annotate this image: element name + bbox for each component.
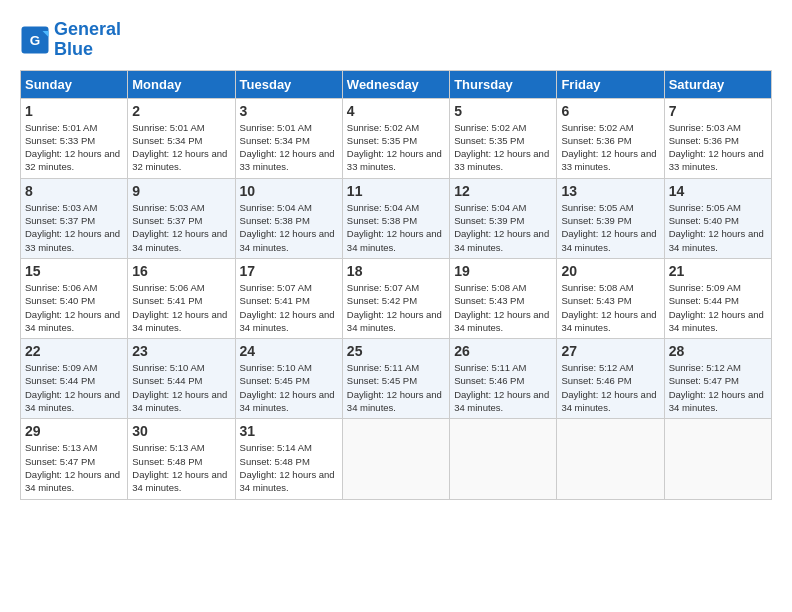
day-info: Sunrise: 5:06 AMSunset: 5:40 PMDaylight:… bbox=[25, 281, 123, 334]
calendar-day-cell: 18Sunrise: 5:07 AMSunset: 5:42 PMDayligh… bbox=[342, 258, 449, 338]
day-number: 4 bbox=[347, 103, 445, 119]
calendar-header-row: SundayMondayTuesdayWednesdayThursdayFrid… bbox=[21, 70, 772, 98]
calendar-table: SundayMondayTuesdayWednesdayThursdayFrid… bbox=[20, 70, 772, 500]
calendar-day-cell: 31Sunrise: 5:14 AMSunset: 5:48 PMDayligh… bbox=[235, 419, 342, 499]
calendar-day-cell: 13Sunrise: 5:05 AMSunset: 5:39 PMDayligh… bbox=[557, 178, 664, 258]
svg-text:G: G bbox=[30, 32, 41, 47]
calendar-header-saturday: Saturday bbox=[664, 70, 771, 98]
day-number: 22 bbox=[25, 343, 123, 359]
calendar-day-cell bbox=[557, 419, 664, 499]
calendar-week-row: 1Sunrise: 5:01 AMSunset: 5:33 PMDaylight… bbox=[21, 98, 772, 178]
calendar-day-cell: 5Sunrise: 5:02 AMSunset: 5:35 PMDaylight… bbox=[450, 98, 557, 178]
day-number: 14 bbox=[669, 183, 767, 199]
day-number: 17 bbox=[240, 263, 338, 279]
day-number: 9 bbox=[132, 183, 230, 199]
calendar-header-wednesday: Wednesday bbox=[342, 70, 449, 98]
day-info: Sunrise: 5:04 AMSunset: 5:39 PMDaylight:… bbox=[454, 201, 552, 254]
calendar-day-cell: 17Sunrise: 5:07 AMSunset: 5:41 PMDayligh… bbox=[235, 258, 342, 338]
day-info: Sunrise: 5:03 AMSunset: 5:36 PMDaylight:… bbox=[669, 121, 767, 174]
calendar-day-cell bbox=[342, 419, 449, 499]
day-number: 8 bbox=[25, 183, 123, 199]
calendar-day-cell: 28Sunrise: 5:12 AMSunset: 5:47 PMDayligh… bbox=[664, 339, 771, 419]
day-info: Sunrise: 5:07 AMSunset: 5:41 PMDaylight:… bbox=[240, 281, 338, 334]
day-info: Sunrise: 5:08 AMSunset: 5:43 PMDaylight:… bbox=[561, 281, 659, 334]
day-info: Sunrise: 5:12 AMSunset: 5:47 PMDaylight:… bbox=[669, 361, 767, 414]
calendar-day-cell: 20Sunrise: 5:08 AMSunset: 5:43 PMDayligh… bbox=[557, 258, 664, 338]
calendar-header-friday: Friday bbox=[557, 70, 664, 98]
day-number: 13 bbox=[561, 183, 659, 199]
day-info: Sunrise: 5:02 AMSunset: 5:35 PMDaylight:… bbox=[347, 121, 445, 174]
day-number: 29 bbox=[25, 423, 123, 439]
calendar-day-cell: 7Sunrise: 5:03 AMSunset: 5:36 PMDaylight… bbox=[664, 98, 771, 178]
calendar-day-cell: 24Sunrise: 5:10 AMSunset: 5:45 PMDayligh… bbox=[235, 339, 342, 419]
day-info: Sunrise: 5:13 AMSunset: 5:48 PMDaylight:… bbox=[132, 441, 230, 494]
logo-text: GeneralBlue bbox=[54, 20, 121, 60]
day-number: 23 bbox=[132, 343, 230, 359]
day-info: Sunrise: 5:05 AMSunset: 5:39 PMDaylight:… bbox=[561, 201, 659, 254]
day-info: Sunrise: 5:03 AMSunset: 5:37 PMDaylight:… bbox=[132, 201, 230, 254]
calendar-day-cell: 30Sunrise: 5:13 AMSunset: 5:48 PMDayligh… bbox=[128, 419, 235, 499]
calendar-day-cell: 25Sunrise: 5:11 AMSunset: 5:45 PMDayligh… bbox=[342, 339, 449, 419]
day-info: Sunrise: 5:02 AMSunset: 5:35 PMDaylight:… bbox=[454, 121, 552, 174]
day-info: Sunrise: 5:13 AMSunset: 5:47 PMDaylight:… bbox=[25, 441, 123, 494]
logo: G GeneralBlue bbox=[20, 20, 121, 60]
calendar-header-monday: Monday bbox=[128, 70, 235, 98]
day-info: Sunrise: 5:12 AMSunset: 5:46 PMDaylight:… bbox=[561, 361, 659, 414]
calendar-week-row: 15Sunrise: 5:06 AMSunset: 5:40 PMDayligh… bbox=[21, 258, 772, 338]
calendar-day-cell: 4Sunrise: 5:02 AMSunset: 5:35 PMDaylight… bbox=[342, 98, 449, 178]
calendar-header-tuesday: Tuesday bbox=[235, 70, 342, 98]
calendar-day-cell: 6Sunrise: 5:02 AMSunset: 5:36 PMDaylight… bbox=[557, 98, 664, 178]
calendar-day-cell: 11Sunrise: 5:04 AMSunset: 5:38 PMDayligh… bbox=[342, 178, 449, 258]
calendar-day-cell: 22Sunrise: 5:09 AMSunset: 5:44 PMDayligh… bbox=[21, 339, 128, 419]
day-number: 11 bbox=[347, 183, 445, 199]
calendar-day-cell: 3Sunrise: 5:01 AMSunset: 5:34 PMDaylight… bbox=[235, 98, 342, 178]
calendar-day-cell: 15Sunrise: 5:06 AMSunset: 5:40 PMDayligh… bbox=[21, 258, 128, 338]
day-number: 7 bbox=[669, 103, 767, 119]
day-info: Sunrise: 5:10 AMSunset: 5:45 PMDaylight:… bbox=[240, 361, 338, 414]
calendar-day-cell: 21Sunrise: 5:09 AMSunset: 5:44 PMDayligh… bbox=[664, 258, 771, 338]
day-number: 6 bbox=[561, 103, 659, 119]
day-number: 12 bbox=[454, 183, 552, 199]
page-header: G GeneralBlue bbox=[20, 20, 772, 60]
day-info: Sunrise: 5:03 AMSunset: 5:37 PMDaylight:… bbox=[25, 201, 123, 254]
day-info: Sunrise: 5:11 AMSunset: 5:45 PMDaylight:… bbox=[347, 361, 445, 414]
day-info: Sunrise: 5:05 AMSunset: 5:40 PMDaylight:… bbox=[669, 201, 767, 254]
day-number: 19 bbox=[454, 263, 552, 279]
calendar-day-cell bbox=[664, 419, 771, 499]
day-number: 5 bbox=[454, 103, 552, 119]
day-number: 10 bbox=[240, 183, 338, 199]
calendar-day-cell: 8Sunrise: 5:03 AMSunset: 5:37 PMDaylight… bbox=[21, 178, 128, 258]
calendar-week-row: 8Sunrise: 5:03 AMSunset: 5:37 PMDaylight… bbox=[21, 178, 772, 258]
calendar-day-cell: 23Sunrise: 5:10 AMSunset: 5:44 PMDayligh… bbox=[128, 339, 235, 419]
day-info: Sunrise: 5:09 AMSunset: 5:44 PMDaylight:… bbox=[25, 361, 123, 414]
day-number: 26 bbox=[454, 343, 552, 359]
calendar-day-cell: 9Sunrise: 5:03 AMSunset: 5:37 PMDaylight… bbox=[128, 178, 235, 258]
calendar-day-cell: 2Sunrise: 5:01 AMSunset: 5:34 PMDaylight… bbox=[128, 98, 235, 178]
day-number: 1 bbox=[25, 103, 123, 119]
calendar-day-cell: 10Sunrise: 5:04 AMSunset: 5:38 PMDayligh… bbox=[235, 178, 342, 258]
day-info: Sunrise: 5:14 AMSunset: 5:48 PMDaylight:… bbox=[240, 441, 338, 494]
day-number: 16 bbox=[132, 263, 230, 279]
day-number: 31 bbox=[240, 423, 338, 439]
day-number: 30 bbox=[132, 423, 230, 439]
day-info: Sunrise: 5:10 AMSunset: 5:44 PMDaylight:… bbox=[132, 361, 230, 414]
calendar-header-thursday: Thursday bbox=[450, 70, 557, 98]
calendar-day-cell: 29Sunrise: 5:13 AMSunset: 5:47 PMDayligh… bbox=[21, 419, 128, 499]
day-number: 3 bbox=[240, 103, 338, 119]
day-number: 28 bbox=[669, 343, 767, 359]
day-info: Sunrise: 5:06 AMSunset: 5:41 PMDaylight:… bbox=[132, 281, 230, 334]
day-info: Sunrise: 5:04 AMSunset: 5:38 PMDaylight:… bbox=[347, 201, 445, 254]
day-info: Sunrise: 5:01 AMSunset: 5:34 PMDaylight:… bbox=[240, 121, 338, 174]
day-number: 20 bbox=[561, 263, 659, 279]
day-info: Sunrise: 5:09 AMSunset: 5:44 PMDaylight:… bbox=[669, 281, 767, 334]
day-number: 18 bbox=[347, 263, 445, 279]
day-info: Sunrise: 5:08 AMSunset: 5:43 PMDaylight:… bbox=[454, 281, 552, 334]
day-number: 27 bbox=[561, 343, 659, 359]
day-info: Sunrise: 5:01 AMSunset: 5:33 PMDaylight:… bbox=[25, 121, 123, 174]
calendar-week-row: 29Sunrise: 5:13 AMSunset: 5:47 PMDayligh… bbox=[21, 419, 772, 499]
calendar-week-row: 22Sunrise: 5:09 AMSunset: 5:44 PMDayligh… bbox=[21, 339, 772, 419]
logo-icon: G bbox=[20, 25, 50, 55]
calendar-header-sunday: Sunday bbox=[21, 70, 128, 98]
calendar-day-cell: 14Sunrise: 5:05 AMSunset: 5:40 PMDayligh… bbox=[664, 178, 771, 258]
calendar-day-cell bbox=[450, 419, 557, 499]
